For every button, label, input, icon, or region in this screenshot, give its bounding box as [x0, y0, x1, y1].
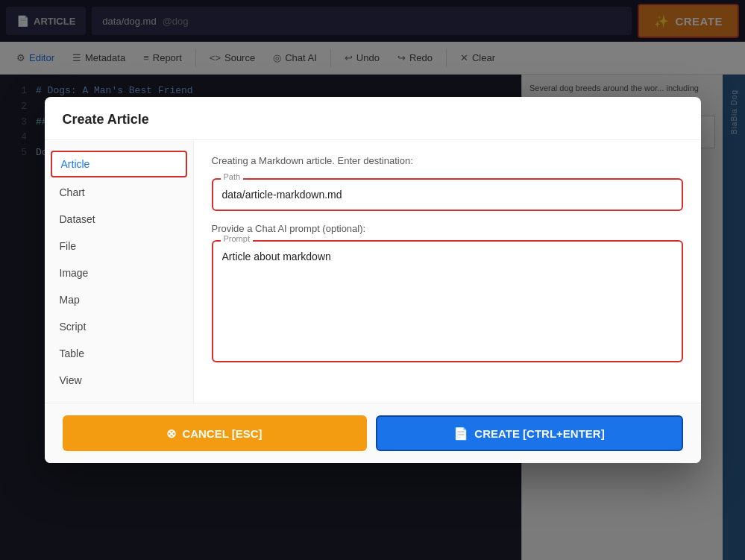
confirm-button[interactable]: 📄 CREATE [CTRL+ENTER] [376, 415, 683, 451]
sidebar-item-file[interactable]: File [45, 233, 193, 259]
cancel-label: CANCEL [ESC] [182, 427, 262, 440]
sidebar-item-map[interactable]: Map [45, 286, 193, 313]
path-field-label: Path [221, 172, 244, 181]
modal-content: Creating a Markdown article. Enter desti… [194, 140, 701, 403]
confirm-label: CREATE [CTRL+ENTER] [474, 427, 604, 440]
modal-overlay: Create Article Article Chart Dataset Fil… [0, 0, 745, 560]
modal-description: Creating a Markdown article. Enter desti… [212, 155, 683, 166]
modal-sidebar: Article Chart Dataset File Image Map Scr… [45, 140, 194, 403]
create-article-modal: Create Article Article Chart Dataset Fil… [45, 97, 701, 463]
prompt-description: Provide a Chat AI prompt (optional): [212, 223, 683, 234]
path-field-group: Path [212, 178, 683, 211]
sidebar-item-dataset[interactable]: Dataset [45, 206, 193, 233]
path-input[interactable] [222, 186, 673, 204]
prompt-textarea[interactable] [222, 248, 673, 352]
sidebar-item-article[interactable]: Article [51, 151, 187, 177]
sidebar-item-chart[interactable]: Chart [45, 179, 193, 206]
modal-title: Create Article [63, 112, 149, 127]
cancel-icon: ⊗ [166, 427, 176, 441]
prompt-field-group: Prompt [212, 240, 683, 362]
sidebar-item-table[interactable]: Table [45, 340, 193, 367]
prompt-field-label: Prompt [221, 234, 253, 243]
modal-header: Create Article [45, 97, 701, 140]
sidebar-item-script[interactable]: Script [45, 313, 193, 340]
cancel-button[interactable]: ⊗ CANCEL [ESC] [63, 415, 367, 451]
sidebar-item-image[interactable]: Image [45, 259, 193, 286]
confirm-icon: 📄 [453, 427, 468, 441]
modal-body: Article Chart Dataset File Image Map Scr… [45, 140, 701, 403]
modal-footer: ⊗ CANCEL [ESC] 📄 CREATE [CTRL+ENTER] [45, 403, 701, 463]
sidebar-item-view[interactable]: View [45, 367, 193, 394]
